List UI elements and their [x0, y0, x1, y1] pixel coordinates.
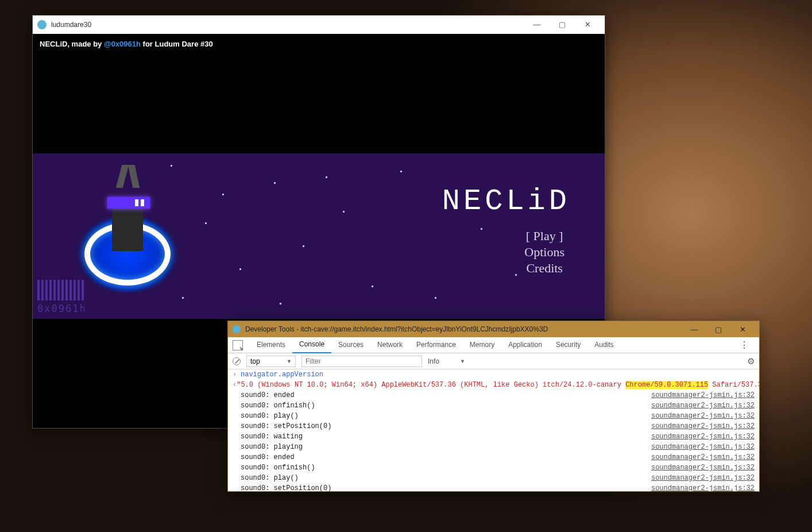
context-select[interactable]: top ▼ — [246, 356, 296, 367]
maximize-button[interactable]: ▢ — [706, 325, 730, 334]
tab-memory[interactable]: Memory — [463, 337, 501, 353]
log-source[interactable]: soundmanager2-jsmin.js:32 — [651, 431, 755, 442]
barcode-text: 0x0961h — [37, 303, 100, 314]
maximize-button[interactable]: ▢ — [550, 16, 575, 34]
log-source[interactable]: soundmanager2-jsmin.js:32 — [651, 421, 755, 431]
devtools-titlebar[interactable]: Developer Tools - itch-cave://game.itch/… — [228, 321, 759, 337]
credit-line: NECLiD, made by @0x0961h for Ludum Dare … — [33, 34, 605, 54]
result-text: "5.0 (Windows NT 10.0; Win64; x64) Apple… — [237, 380, 759, 390]
input-expression: navigator.appVersion — [241, 369, 755, 380]
tab-elements[interactable]: Elements — [250, 337, 292, 353]
console-log-row: sound0: play()soundmanager2-jsmin.js:32 — [228, 473, 759, 483]
console-input-echo: › navigator.appVersion — [228, 369, 759, 380]
chevron-down-icon: ▼ — [460, 358, 465, 364]
menu-credits[interactable]: Credits — [524, 260, 564, 276]
console-log-row: sound0: waitingsoundmanager2-jsmin.js:32 — [228, 431, 759, 442]
console-log-row: sound0: onfinish()soundmanager2-jsmin.js… — [228, 462, 759, 473]
tab-application[interactable]: Application — [501, 337, 549, 353]
log-message: sound0: onfinish() — [241, 462, 651, 473]
console-log-row: sound0: setPosition(0)soundmanager2-jsmi… — [228, 421, 759, 431]
log-source[interactable]: soundmanager2-jsmin.js:32 — [651, 411, 755, 421]
level-select[interactable]: Info ▼ — [428, 357, 465, 365]
chevron-down-icon: ▼ — [287, 358, 292, 364]
tab-sources[interactable]: Sources — [331, 337, 370, 353]
console-log-row: sound0: endedsoundmanager2-jsmin.js:32 — [228, 390, 759, 400]
clear-console-icon[interactable] — [233, 357, 241, 365]
console-result: ‹ "5.0 (Windows NT 10.0; Win64; x64) App… — [228, 380, 759, 390]
author-barcode: 0x0961h — [37, 280, 100, 314]
menu-options[interactable]: Options — [524, 244, 564, 260]
console-log-row: sound0: setPosition(0)soundmanager2-jsmi… — [228, 483, 759, 491]
menu-play[interactable]: [ Play ] — [524, 228, 564, 244]
log-message: sound0: playing — [241, 442, 651, 452]
filter-input[interactable] — [301, 356, 422, 367]
console-output[interactable]: › navigator.appVersion ‹ "5.0 (Windows N… — [228, 369, 759, 491]
kebab-icon[interactable]: ⋮ — [734, 340, 755, 350]
log-source[interactable]: soundmanager2-jsmin.js:32 — [651, 442, 755, 452]
close-button[interactable]: ✕ — [575, 16, 600, 34]
log-message: sound0: setPosition(0) — [241, 421, 651, 431]
devtools-title: Developer Tools - itch-cave://game.itch/… — [245, 325, 548, 333]
minimize-button[interactable]: — — [524, 16, 550, 34]
tab-security[interactable]: Security — [549, 337, 587, 353]
console-log-row: sound0: play()soundmanager2-jsmin.js:32 — [228, 411, 759, 421]
level-label: Info — [428, 357, 439, 365]
minimize-button[interactable]: — — [682, 325, 706, 334]
console-toolbar: top ▼ Info ▼ ⚙ — [228, 353, 759, 369]
tab-console[interactable]: Console — [292, 337, 331, 353]
log-source[interactable]: soundmanager2-jsmin.js:32 — [651, 452, 755, 462]
credit-suffix: for Ludum Dare #30 — [141, 40, 213, 48]
log-message: sound0: play() — [241, 473, 651, 483]
devtools-icon — [233, 325, 241, 333]
console-log-row: sound0: onfinish()soundmanager2-jsmin.js… — [228, 400, 759, 411]
log-source[interactable]: soundmanager2-jsmin.js:32 — [651, 483, 755, 491]
log-message: sound0: setPosition(0) — [241, 483, 651, 491]
devtools-window: Developer Tools - itch-cave://game.itch/… — [227, 321, 760, 492]
author-link[interactable]: @0x0961h — [104, 40, 141, 48]
inspect-icon[interactable] — [233, 340, 243, 350]
game-canvas: NECLiD [ Play ] Options Credits 0x0961h — [33, 153, 605, 319]
credit-prefix: NECLiD, made by — [40, 40, 104, 48]
log-source[interactable]: soundmanager2-jsmin.js:32 — [651, 462, 755, 473]
tab-performance[interactable]: Performance — [409, 337, 463, 353]
context-value: top — [250, 357, 260, 365]
log-source[interactable]: soundmanager2-jsmin.js:32 — [651, 390, 755, 400]
game-logo: NECLiD — [442, 184, 570, 218]
log-message: sound0: play() — [241, 411, 651, 421]
log-source[interactable]: soundmanager2-jsmin.js:32 — [651, 473, 755, 483]
log-message: sound0: ended — [241, 390, 651, 400]
highlighted-text: Chrome/59.0.3071.115 — [625, 381, 708, 389]
titlebar[interactable]: ludumdare30 — ▢ ✕ — [33, 16, 605, 34]
log-source[interactable]: soundmanager2-jsmin.js:32 — [651, 400, 755, 411]
console-log-row: sound0: playingsoundmanager2-jsmin.js:32 — [228, 442, 759, 452]
tab-audits[interactable]: Audits — [587, 337, 620, 353]
main-menu: [ Play ] Options Credits — [524, 228, 564, 276]
close-button[interactable]: ✕ — [730, 325, 755, 334]
console-log-row: sound0: endedsoundmanager2-jsmin.js:32 — [228, 452, 759, 462]
log-message: sound0: ended — [241, 452, 651, 462]
tab-network[interactable]: Network — [370, 337, 409, 353]
app-icon — [37, 20, 47, 29]
devtools-tabs: Elements Console Sources Network Perform… — [228, 337, 759, 353]
gear-icon[interactable]: ⚙ — [747, 356, 755, 367]
log-message: sound0: onfinish() — [241, 400, 651, 411]
window-title: ludumdare30 — [51, 21, 91, 29]
log-message: sound0: waiting — [241, 431, 651, 442]
